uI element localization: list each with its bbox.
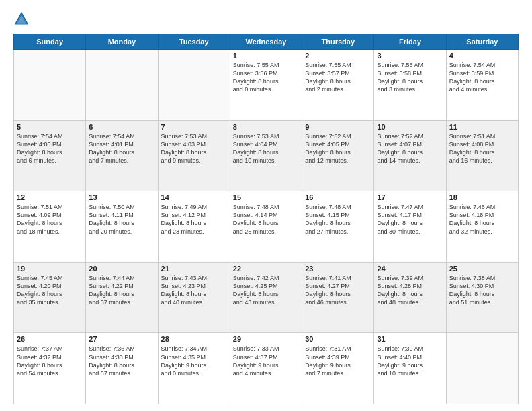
calendar-cell	[158, 50, 230, 121]
cell-content: Sunrise: 7:44 AMSunset: 4:22 PMDaylight:…	[89, 274, 154, 307]
day-number: 2	[305, 52, 371, 60]
cell-content: Sunrise: 7:43 AMSunset: 4:23 PMDaylight:…	[161, 274, 227, 307]
day-number: 19	[17, 265, 83, 273]
day-number: 25	[449, 265, 515, 273]
calendar-cell: 11Sunrise: 7:51 AMSunset: 4:08 PMDayligh…	[446, 120, 518, 191]
calendar-cell: 4Sunrise: 7:54 AMSunset: 3:59 PMDaylight…	[446, 50, 518, 121]
day-number: 23	[305, 265, 371, 273]
calendar-cell: 27Sunrise: 7:36 AMSunset: 4:33 PMDayligh…	[86, 333, 158, 404]
calendar-cell: 16Sunrise: 7:48 AMSunset: 4:15 PMDayligh…	[302, 191, 374, 263]
weekday-header-friday: Friday	[374, 34, 446, 50]
cell-content: Sunrise: 7:55 AMSunset: 3:57 PMDaylight:…	[305, 61, 371, 94]
calendar-cell: 24Sunrise: 7:39 AMSunset: 4:28 PMDayligh…	[374, 262, 446, 333]
cell-content: Sunrise: 7:51 AMSunset: 4:09 PMDaylight:…	[17, 203, 83, 236]
calendar-cell: 20Sunrise: 7:44 AMSunset: 4:22 PMDayligh…	[86, 262, 158, 333]
calendar-cell: 15Sunrise: 7:48 AMSunset: 4:14 PMDayligh…	[230, 191, 302, 263]
cell-content: Sunrise: 7:53 AMSunset: 4:04 PMDaylight:…	[233, 132, 299, 165]
calendar-cell: 1Sunrise: 7:55 AMSunset: 3:56 PMDaylight…	[230, 50, 302, 121]
calendar-week-row: 12Sunrise: 7:51 AMSunset: 4:09 PMDayligh…	[14, 191, 519, 263]
weekday-header-sunday: Sunday	[14, 34, 86, 50]
cell-content: Sunrise: 7:52 AMSunset: 4:05 PMDaylight:…	[305, 132, 371, 165]
cell-content: Sunrise: 7:51 AMSunset: 4:08 PMDaylight:…	[449, 132, 515, 165]
weekday-header-monday: Monday	[86, 34, 158, 50]
cell-content: Sunrise: 7:48 AMSunset: 4:15 PMDaylight:…	[305, 203, 371, 236]
cell-content: Sunrise: 7:54 AMSunset: 3:59 PMDaylight:…	[449, 61, 515, 94]
calendar-cell: 3Sunrise: 7:55 AMSunset: 3:58 PMDaylight…	[374, 50, 446, 121]
day-number: 10	[377, 123, 443, 131]
logo	[13, 11, 32, 27]
cell-content: Sunrise: 7:42 AMSunset: 4:25 PMDaylight:…	[233, 274, 299, 307]
day-number: 26	[17, 335, 83, 343]
cell-content: Sunrise: 7:54 AMSunset: 4:00 PMDaylight:…	[17, 132, 83, 165]
calendar-cell: 6Sunrise: 7:54 AMSunset: 4:01 PMDaylight…	[86, 120, 158, 191]
cell-content: Sunrise: 7:55 AMSunset: 3:58 PMDaylight:…	[377, 61, 443, 94]
calendar-cell: 8Sunrise: 7:53 AMSunset: 4:04 PMDaylight…	[230, 120, 302, 191]
weekday-header-wednesday: Wednesday	[230, 34, 302, 50]
calendar-cell: 2Sunrise: 7:55 AMSunset: 3:57 PMDaylight…	[302, 50, 374, 121]
calendar-cell: 31Sunrise: 7:30 AMSunset: 4:40 PMDayligh…	[374, 333, 446, 404]
cell-content: Sunrise: 7:46 AMSunset: 4:18 PMDaylight:…	[449, 203, 515, 236]
day-number: 12	[17, 193, 83, 201]
calendar-cell: 13Sunrise: 7:50 AMSunset: 4:11 PMDayligh…	[86, 191, 158, 263]
weekday-header-tuesday: Tuesday	[158, 34, 230, 50]
calendar-cell: 14Sunrise: 7:49 AMSunset: 4:12 PMDayligh…	[158, 191, 230, 263]
cell-content: Sunrise: 7:48 AMSunset: 4:14 PMDaylight:…	[233, 203, 299, 236]
weekday-header-row: SundayMondayTuesdayWednesdayThursdayFrid…	[14, 34, 519, 50]
cell-content: Sunrise: 7:41 AMSunset: 4:27 PMDaylight:…	[305, 274, 371, 307]
day-number: 14	[161, 193, 227, 201]
calendar-cell	[14, 50, 86, 121]
logo-icon	[13, 11, 30, 27]
calendar-cell: 21Sunrise: 7:43 AMSunset: 4:23 PMDayligh…	[158, 262, 230, 333]
calendar-cell: 29Sunrise: 7:33 AMSunset: 4:37 PMDayligh…	[230, 333, 302, 404]
day-number: 1	[233, 52, 299, 60]
weekday-header-saturday: Saturday	[446, 34, 518, 50]
day-number: 6	[89, 123, 154, 131]
cell-content: Sunrise: 7:38 AMSunset: 4:30 PMDaylight:…	[449, 274, 515, 307]
header	[13, 11, 519, 27]
day-number: 29	[233, 335, 299, 343]
calendar-table: SundayMondayTuesdayWednesdayThursdayFrid…	[13, 34, 519, 404]
cell-content: Sunrise: 7:31 AMSunset: 4:39 PMDaylight:…	[305, 345, 371, 377]
day-number: 9	[305, 123, 371, 131]
day-number: 11	[449, 123, 515, 131]
cell-content: Sunrise: 7:55 AMSunset: 3:56 PMDaylight:…	[233, 61, 299, 94]
day-number: 8	[233, 123, 299, 131]
page: SundayMondayTuesdayWednesdayThursdayFrid…	[0, 0, 532, 411]
calendar-cell: 7Sunrise: 7:53 AMSunset: 4:03 PMDaylight…	[158, 120, 230, 191]
calendar-cell: 26Sunrise: 7:37 AMSunset: 4:32 PMDayligh…	[14, 333, 86, 404]
calendar-cell: 23Sunrise: 7:41 AMSunset: 4:27 PMDayligh…	[302, 262, 374, 333]
calendar-cell	[446, 333, 518, 404]
day-number: 15	[233, 193, 299, 201]
day-number: 7	[161, 123, 227, 131]
day-number: 13	[89, 193, 154, 201]
day-number: 17	[377, 193, 443, 201]
cell-content: Sunrise: 7:36 AMSunset: 4:33 PMDaylight:…	[89, 345, 154, 377]
cell-content: Sunrise: 7:30 AMSunset: 4:40 PMDaylight:…	[377, 345, 443, 377]
calendar-week-row: 5Sunrise: 7:54 AMSunset: 4:00 PMDaylight…	[14, 120, 519, 191]
day-number: 4	[449, 52, 515, 60]
day-number: 5	[17, 123, 83, 131]
day-number: 16	[305, 193, 371, 201]
day-number: 30	[305, 335, 371, 343]
weekday-header-thursday: Thursday	[302, 34, 374, 50]
calendar-cell	[86, 50, 158, 121]
calendar-cell: 9Sunrise: 7:52 AMSunset: 4:05 PMDaylight…	[302, 120, 374, 191]
calendar-week-row: 26Sunrise: 7:37 AMSunset: 4:32 PMDayligh…	[14, 333, 519, 404]
cell-content: Sunrise: 7:53 AMSunset: 4:03 PMDaylight:…	[161, 132, 227, 165]
cell-content: Sunrise: 7:49 AMSunset: 4:12 PMDaylight:…	[161, 203, 227, 236]
cell-content: Sunrise: 7:33 AMSunset: 4:37 PMDaylight:…	[233, 345, 299, 377]
calendar-cell: 12Sunrise: 7:51 AMSunset: 4:09 PMDayligh…	[14, 191, 86, 263]
calendar-cell: 18Sunrise: 7:46 AMSunset: 4:18 PMDayligh…	[446, 191, 518, 263]
calendar-cell: 28Sunrise: 7:34 AMSunset: 4:35 PMDayligh…	[158, 333, 230, 404]
calendar-cell: 5Sunrise: 7:54 AMSunset: 4:00 PMDaylight…	[14, 120, 86, 191]
cell-content: Sunrise: 7:45 AMSunset: 4:20 PMDaylight:…	[17, 274, 83, 307]
cell-content: Sunrise: 7:47 AMSunset: 4:17 PMDaylight:…	[377, 203, 443, 236]
calendar-week-row: 19Sunrise: 7:45 AMSunset: 4:20 PMDayligh…	[14, 262, 519, 333]
day-number: 22	[233, 265, 299, 273]
calendar-week-row: 1Sunrise: 7:55 AMSunset: 3:56 PMDaylight…	[14, 50, 519, 121]
day-number: 27	[89, 335, 154, 343]
cell-content: Sunrise: 7:50 AMSunset: 4:11 PMDaylight:…	[89, 203, 154, 236]
calendar-cell: 17Sunrise: 7:47 AMSunset: 4:17 PMDayligh…	[374, 191, 446, 263]
day-number: 28	[161, 335, 227, 343]
calendar-cell: 19Sunrise: 7:45 AMSunset: 4:20 PMDayligh…	[14, 262, 86, 333]
